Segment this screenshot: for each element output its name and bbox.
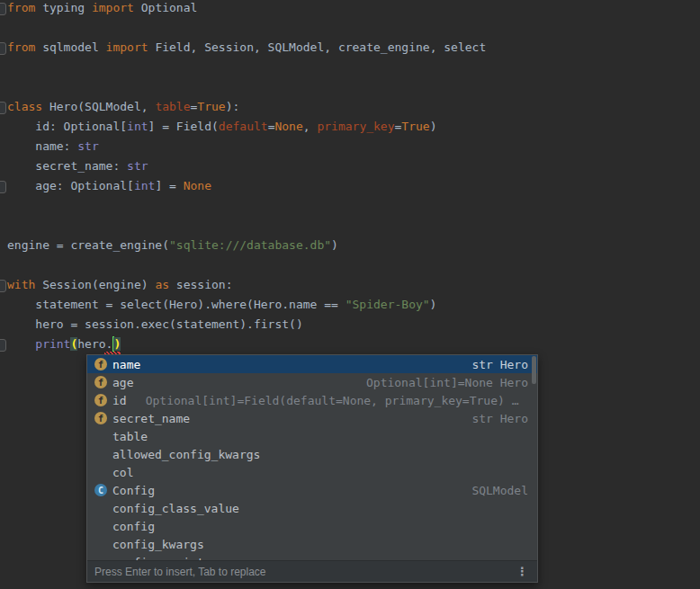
code-token: ] = Field( [148, 120, 219, 133]
completion-item-config_registry[interactable]: config_registry [87, 553, 537, 560]
completion-item-label: Config [112, 484, 155, 497]
code-token: primary_key [317, 120, 394, 133]
completion-item-Config[interactable]: CConfigSQLModel [87, 481, 537, 499]
code-line-8[interactable]: name: str [0, 137, 700, 156]
code-token: ] = [155, 179, 183, 192]
code-token: Optional [134, 1, 197, 14]
code-token: from [7, 40, 35, 54]
code-token: Session(engine) [35, 278, 155, 291]
field-icon-slot: f [94, 394, 108, 406]
gutter-icon [0, 280, 6, 292]
completion-item-id[interactable]: fidOptional[int]=Field(default=None, pri… [87, 391, 537, 409]
code-line-14[interactable] [0, 255, 700, 275]
completion-item-label: age [112, 376, 133, 389]
code-line-5[interactable] [0, 77, 700, 97]
code-line-15[interactable]: with Session(engine) as session: [0, 275, 700, 295]
code-token: session: [169, 278, 232, 291]
completion-item-label: table [112, 430, 148, 443]
code-line-3[interactable]: from sqlmodel import Field, Session, SQL… [0, 38, 700, 58]
completion-item-label: col [112, 466, 133, 479]
class-icon-slot: C [94, 484, 108, 496]
completion-item-label: config_kwargs [112, 538, 204, 551]
code-line-7[interactable]: id: Optional[int] = Field(default=None, … [0, 117, 700, 137]
code-token: with [7, 278, 35, 291]
gutter-icon [0, 102, 6, 114]
field-icon-slot: f [94, 358, 108, 370]
completion-item-config_kwargs[interactable]: config_kwargs [87, 535, 537, 553]
field-icon: f [94, 412, 107, 424]
code-line-17[interactable]: hero = session.exec(statement).first() [0, 315, 700, 335]
code-token: str [127, 159, 148, 173]
field-icon: f [94, 358, 107, 370]
completion-item-type: Optional[int]=None Hero [366, 376, 528, 389]
class-icon: C [94, 484, 107, 496]
code-token: int [127, 120, 148, 133]
completion-item-label: name [112, 358, 140, 371]
code-token: ) [331, 238, 338, 252]
completion-item-allowed_config_kwargs[interactable]: allowed_config_kwargs [87, 445, 537, 463]
completion-item-age[interactable]: fageOptional[int]=None Hero [87, 373, 537, 391]
code-token: hero = session.exec(statement).first() [7, 317, 303, 331]
completion-item-secret_name[interactable]: fsecret_namestr Hero [87, 409, 537, 427]
code-line-10[interactable]: age: Optional[int] = None [0, 176, 700, 196]
code-token: None [274, 120, 302, 133]
code-token: default [219, 120, 268, 133]
completion-item-signature: Optional[int]=Field(default=None, primar… [146, 394, 519, 407]
completion-popup: fnamestr HerofageOptional[int]=None Hero… [86, 354, 538, 583]
code-token: secret_name: [7, 159, 127, 173]
code-token: , [303, 120, 318, 133]
code-token: print [35, 337, 70, 351]
gutter-icon [0, 3, 6, 15]
code-line-11[interactable] [0, 196, 700, 216]
field-icon: f [94, 376, 107, 388]
field-icon-slot: f [94, 376, 108, 388]
completion-item-type: str Hero [471, 412, 528, 425]
code-token: ) [430, 120, 437, 133]
code-token: engine = create_engine( [7, 238, 169, 252]
kebab-menu-icon[interactable]: ⋮ [513, 564, 532, 579]
gutter-icon [0, 181, 6, 193]
code-token: Field, Session, SQLModel, create_engine,… [148, 40, 487, 54]
code-token: int [134, 179, 155, 192]
field-icon-slot: f [94, 412, 108, 424]
completion-item-name[interactable]: fnamestr Hero [87, 355, 537, 373]
code-token: ) [113, 337, 121, 351]
code-token: "Spider-Boy" [346, 298, 430, 311]
ide-editor-window: from typing import Optionalfrom sqlmodel… [0, 0, 700, 589]
code-line-9[interactable]: secret_name: str [0, 156, 700, 176]
completion-footer: Press Enter to insert, Tab to replace ⋮ [87, 560, 537, 582]
gutter-icon [0, 339, 6, 352]
code-line-2[interactable] [0, 18, 700, 38]
code-token: None [184, 179, 211, 192]
code-token: True [197, 100, 225, 113]
code-line-1[interactable]: from typing import Optional [0, 0, 700, 18]
completion-item-type: SQLModel [471, 484, 528, 497]
field-icon: f [94, 394, 107, 406]
code-line-12[interactable] [0, 216, 700, 236]
completion-item-type: str Hero [471, 358, 528, 371]
code-line-4[interactable] [0, 58, 700, 77]
completion-item-table[interactable]: table [87, 427, 537, 445]
code-token: ) [430, 298, 437, 311]
code-line-6[interactable]: class Hero(SQLModel, table=True): [0, 97, 700, 117]
completion-item-config_class_value[interactable]: config_class_value [87, 499, 537, 517]
code-token: statement = select(Hero).where(Hero.name… [7, 298, 346, 311]
gutter-icon [0, 42, 6, 55]
completion-item-config[interactable]: config [87, 517, 537, 535]
popup-scrollbar-thumb[interactable] [532, 356, 536, 384]
code-token: as [155, 278, 169, 291]
code-line-13[interactable]: engine = create_engine("sqlite:///databa… [0, 236, 700, 255]
code-token: name: [7, 139, 77, 153]
code-token: True [401, 120, 429, 133]
code-token: table [155, 100, 190, 113]
code-editor[interactable]: from typing import Optionalfrom sqlmodel… [0, 0, 700, 354]
completion-item-label: config_registry [112, 556, 218, 561]
code-token: import [92, 1, 134, 14]
completion-item-col[interactable]: col [87, 463, 537, 481]
code-token: ): [226, 100, 240, 113]
code-token: Hero(SQLModel, [42, 100, 155, 113]
code-token: age: Optional[ [7, 179, 134, 192]
code-line-16[interactable]: statement = select(Hero).where(Hero.name… [0, 295, 700, 315]
completion-item-label: secret_name [112, 412, 190, 425]
completion-list: fnamestr HerofageOptional[int]=None Hero… [87, 355, 537, 560]
